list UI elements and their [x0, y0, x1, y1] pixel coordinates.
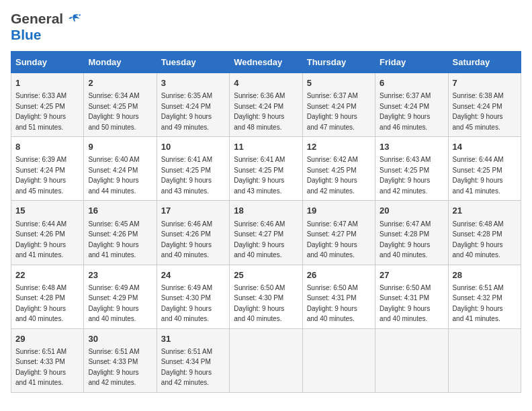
calendar-cell: 6Sunrise: 6:37 AMSunset: 4:24 PMDaylight… — [375, 73, 448, 137]
day-number: 8 — [15, 141, 79, 153]
day-number: 9 — [88, 141, 152, 153]
calendar-cell: 24Sunrise: 6:49 AMSunset: 4:30 PMDayligh… — [157, 265, 229, 328]
day-number: 29 — [15, 333, 79, 345]
weekday-header-row: SundayMondayTuesdayWednesdayThursdayFrid… — [11, 52, 521, 73]
calendar-cell: 18Sunrise: 6:46 AMSunset: 4:27 PMDayligh… — [230, 201, 302, 265]
day-info: Sunrise: 6:36 AMSunset: 4:24 PMDaylight:… — [234, 92, 285, 131]
weekday-saturday: Saturday — [448, 52, 521, 73]
day-info: Sunrise: 6:50 AMSunset: 4:31 PMDaylight:… — [307, 284, 358, 323]
calendar-cell: 30Sunrise: 6:51 AMSunset: 4:33 PMDayligh… — [84, 328, 157, 392]
day-info: Sunrise: 6:40 AMSunset: 4:24 PMDaylight:… — [88, 156, 139, 195]
day-number: 22 — [15, 269, 79, 281]
day-info: Sunrise: 6:51 AMSunset: 4:34 PMDaylight:… — [161, 348, 212, 387]
day-info: Sunrise: 6:35 AMSunset: 4:24 PMDaylight:… — [161, 92, 212, 131]
calendar-cell: 3Sunrise: 6:35 AMSunset: 4:24 PMDaylight… — [157, 73, 229, 137]
weekday-wednesday: Wednesday — [230, 52, 302, 73]
day-number: 1 — [15, 77, 79, 89]
day-number: 11 — [234, 141, 298, 153]
day-info: Sunrise: 6:51 AMSunset: 4:33 PMDaylight:… — [88, 348, 139, 387]
day-number: 23 — [88, 269, 152, 281]
day-info: Sunrise: 6:47 AMSunset: 4:28 PMDaylight:… — [380, 220, 431, 259]
week-row-4: 22Sunrise: 6:48 AMSunset: 4:28 PMDayligh… — [11, 265, 521, 328]
logo-bird-icon — [66, 11, 81, 26]
weekday-monday: Monday — [84, 52, 157, 73]
calendar-table: SundayMondayTuesdayWednesdayThursdayFrid… — [11, 51, 521, 393]
day-number: 30 — [88, 333, 152, 345]
day-number: 24 — [161, 269, 225, 281]
calendar-cell: 7Sunrise: 6:38 AMSunset: 4:24 PMDaylight… — [448, 73, 521, 137]
calendar-cell: 2Sunrise: 6:34 AMSunset: 4:25 PMDaylight… — [84, 73, 157, 137]
calendar-cell: 15Sunrise: 6:44 AMSunset: 4:26 PMDayligh… — [11, 201, 84, 265]
day-number: 26 — [307, 269, 371, 281]
calendar-cell: 11Sunrise: 6:41 AMSunset: 4:25 PMDayligh… — [230, 137, 302, 201]
calendar-cell: 10Sunrise: 6:41 AMSunset: 4:25 PMDayligh… — [157, 137, 229, 201]
logo-blue: Blue — [11, 27, 42, 43]
day-number: 12 — [307, 141, 371, 153]
day-info: Sunrise: 6:49 AMSunset: 4:30 PMDaylight:… — [161, 284, 212, 323]
day-info: Sunrise: 6:38 AMSunset: 4:24 PMDaylight:… — [453, 92, 504, 131]
day-number: 28 — [453, 269, 517, 281]
week-row-1: 1Sunrise: 6:33 AMSunset: 4:25 PMDaylight… — [11, 73, 521, 137]
day-info: Sunrise: 6:41 AMSunset: 4:25 PMDaylight:… — [234, 156, 285, 195]
calendar-cell: 25Sunrise: 6:50 AMSunset: 4:30 PMDayligh… — [230, 265, 302, 328]
day-number: 19 — [307, 205, 371, 217]
day-number: 27 — [380, 269, 443, 281]
weekday-sunday: Sunday — [11, 52, 84, 73]
calendar-cell: 20Sunrise: 6:47 AMSunset: 4:28 PMDayligh… — [375, 201, 448, 265]
day-info: Sunrise: 6:33 AMSunset: 4:25 PMDaylight:… — [15, 92, 66, 131]
day-info: Sunrise: 6:34 AMSunset: 4:25 PMDaylight:… — [88, 92, 139, 131]
calendar-cell: 1Sunrise: 6:33 AMSunset: 4:25 PMDaylight… — [11, 73, 84, 137]
page-header: General Blue — [11, 11, 521, 43]
calendar-cell: 26Sunrise: 6:50 AMSunset: 4:31 PMDayligh… — [302, 265, 375, 328]
calendar-cell: 19Sunrise: 6:47 AMSunset: 4:27 PMDayligh… — [302, 201, 375, 265]
day-info: Sunrise: 6:51 AMSunset: 4:32 PMDaylight:… — [453, 284, 504, 323]
weekday-tuesday: Tuesday — [157, 52, 229, 73]
calendar-cell: 29Sunrise: 6:51 AMSunset: 4:33 PMDayligh… — [11, 328, 84, 392]
calendar-cell: 5Sunrise: 6:37 AMSunset: 4:24 PMDaylight… — [302, 73, 375, 137]
week-row-2: 8Sunrise: 6:39 AMSunset: 4:24 PMDaylight… — [11, 137, 521, 201]
day-info: Sunrise: 6:46 AMSunset: 4:27 PMDaylight:… — [234, 220, 285, 259]
day-number: 10 — [161, 141, 225, 153]
calendar-cell: 17Sunrise: 6:46 AMSunset: 4:26 PMDayligh… — [157, 201, 229, 265]
weekday-friday: Friday — [375, 52, 448, 73]
day-number: 16 — [88, 205, 152, 217]
day-number: 6 — [380, 77, 443, 89]
day-number: 5 — [307, 77, 371, 89]
day-info: Sunrise: 6:48 AMSunset: 4:28 PMDaylight:… — [453, 220, 504, 259]
calendar-cell: 23Sunrise: 6:49 AMSunset: 4:29 PMDayligh… — [84, 265, 157, 328]
day-number: 15 — [15, 205, 79, 217]
day-info: Sunrise: 6:51 AMSunset: 4:33 PMDaylight:… — [15, 348, 66, 387]
day-info: Sunrise: 6:37 AMSunset: 4:24 PMDaylight:… — [380, 92, 431, 131]
calendar-cell — [302, 328, 375, 392]
calendar-cell — [375, 328, 448, 392]
day-info: Sunrise: 6:44 AMSunset: 4:25 PMDaylight:… — [453, 156, 504, 195]
day-info: Sunrise: 6:48 AMSunset: 4:28 PMDaylight:… — [15, 284, 66, 323]
logo-general: General — [11, 11, 63, 27]
day-number: 21 — [453, 205, 517, 217]
day-info: Sunrise: 6:41 AMSunset: 4:25 PMDaylight:… — [161, 156, 212, 195]
day-number: 20 — [380, 205, 443, 217]
day-number: 25 — [234, 269, 298, 281]
day-info: Sunrise: 6:49 AMSunset: 4:29 PMDaylight:… — [88, 284, 139, 323]
day-info: Sunrise: 6:42 AMSunset: 4:25 PMDaylight:… — [307, 156, 358, 195]
day-number: 13 — [380, 141, 443, 153]
calendar-cell: 28Sunrise: 6:51 AMSunset: 4:32 PMDayligh… — [448, 265, 521, 328]
day-info: Sunrise: 6:50 AMSunset: 4:30 PMDaylight:… — [234, 284, 285, 323]
calendar-cell: 21Sunrise: 6:48 AMSunset: 4:28 PMDayligh… — [448, 201, 521, 265]
day-number: 18 — [234, 205, 298, 217]
day-number: 31 — [161, 333, 225, 345]
day-info: Sunrise: 6:44 AMSunset: 4:26 PMDaylight:… — [15, 220, 66, 259]
week-row-3: 15Sunrise: 6:44 AMSunset: 4:26 PMDayligh… — [11, 201, 521, 265]
day-info: Sunrise: 6:39 AMSunset: 4:24 PMDaylight:… — [15, 156, 66, 195]
day-info: Sunrise: 6:47 AMSunset: 4:27 PMDaylight:… — [307, 220, 358, 259]
day-number: 2 — [88, 77, 152, 89]
calendar-cell: 8Sunrise: 6:39 AMSunset: 4:24 PMDaylight… — [11, 137, 84, 201]
calendar-cell: 4Sunrise: 6:36 AMSunset: 4:24 PMDaylight… — [230, 73, 302, 137]
calendar-cell: 31Sunrise: 6:51 AMSunset: 4:34 PMDayligh… — [157, 328, 229, 392]
logo: General Blue — [11, 11, 81, 43]
calendar-cell: 14Sunrise: 6:44 AMSunset: 4:25 PMDayligh… — [448, 137, 521, 201]
calendar-cell: 27Sunrise: 6:50 AMSunset: 4:31 PMDayligh… — [375, 265, 448, 328]
calendar-cell: 16Sunrise: 6:45 AMSunset: 4:26 PMDayligh… — [84, 201, 157, 265]
calendar-cell — [230, 328, 302, 392]
week-row-5: 29Sunrise: 6:51 AMSunset: 4:33 PMDayligh… — [11, 328, 521, 392]
